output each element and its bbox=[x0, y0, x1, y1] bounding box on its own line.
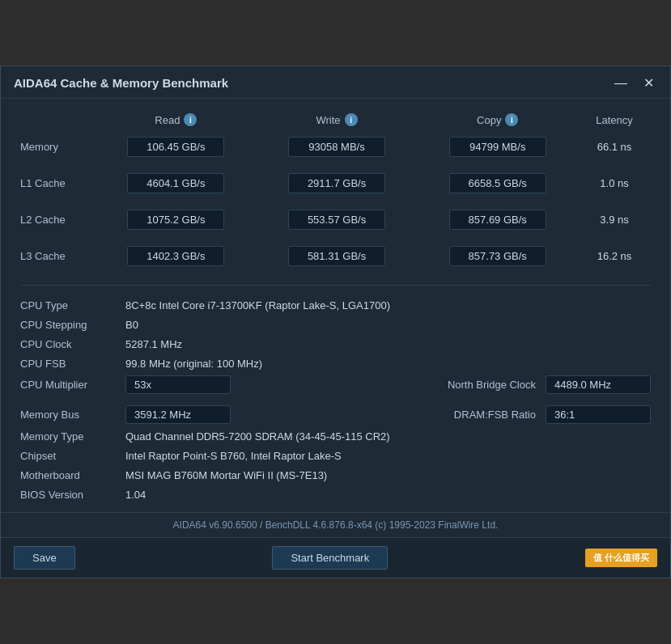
memory-bus-row: Memory Bus 3591.2 MHz DRAM:FSB Ratio 36:… bbox=[20, 403, 651, 426]
chipset-value: Intel Raptor Point-S B760, Intel Raptor … bbox=[125, 450, 651, 462]
main-content: Read i Write i Copy i bbox=[1, 99, 670, 512]
benchmark-table: Read i Write i Copy i bbox=[20, 110, 651, 270]
row-label: L2 Cache bbox=[20, 205, 96, 234]
memory-read: 106.45 GB/s bbox=[127, 137, 224, 157]
save-button[interactable]: Save bbox=[14, 546, 75, 570]
memory-type-value: Quad Channel DDR5-7200 SDRAM (34-45-45-1… bbox=[125, 430, 651, 443]
memory-bus-label: Memory Bus bbox=[20, 409, 125, 421]
footer-text: AIDA64 v6.90.6500 / BenchDLL 4.6.876.8-x… bbox=[173, 519, 499, 531]
col-copy: Copy i bbox=[417, 110, 578, 133]
cpu-multiplier-label: CPU Multiplier bbox=[20, 379, 125, 391]
left-buttons: Save bbox=[14, 546, 75, 570]
row-label: L1 Cache bbox=[20, 169, 96, 197]
table-row: Memory 106.45 GB/s 93058 MB/s 94799 MB/s… bbox=[20, 133, 651, 161]
cpu-stepping-value: B0 bbox=[125, 319, 651, 331]
motherboard-value: MSI MAG B760M Mortar WiFi II (MS-7E13) bbox=[125, 469, 651, 481]
window-title: AIDA64 Cache & Memory Benchmark bbox=[14, 76, 228, 90]
chipset-label: Chipset bbox=[20, 450, 125, 462]
motherboard-row: Motherboard MSI MAG B760M Mortar WiFi II… bbox=[20, 465, 651, 485]
cpu-type-value: 8C+8c Intel Core i7-13700KF (Raptor Lake… bbox=[125, 299, 651, 311]
cpu-clock-value: 5287.1 MHz bbox=[125, 338, 651, 350]
l3-read: 1402.3 GB/s bbox=[127, 246, 224, 266]
table-row: L1 Cache 4604.1 GB/s 2911.7 GB/s 6658.5 … bbox=[20, 169, 651, 197]
l1-read: 4604.1 GB/s bbox=[127, 173, 224, 193]
memory-type-row: Memory Type Quad Channel DDR5-7200 SDRAM… bbox=[20, 426, 651, 446]
dram-fsb-value: 36:1 bbox=[546, 405, 651, 424]
right-section: 值 什么值得买 bbox=[585, 549, 657, 567]
cpu-fsb-row: CPU FSB 99.8 MHz (original: 100 MHz) bbox=[20, 354, 651, 373]
title-bar: AIDA64 Cache & Memory Benchmark — ✕ bbox=[1, 66, 670, 99]
footer-info: AIDA64 v6.90.6500 / BenchDLL 4.6.876.8-x… bbox=[1, 512, 670, 537]
button-bar: Save Start Benchmark 值 什么值得买 bbox=[1, 537, 670, 578]
cpu-type-label: CPU Type bbox=[20, 299, 125, 311]
system-info: CPU Type 8C+8c Intel Core i7-13700KF (Ra… bbox=[20, 285, 651, 504]
title-controls: — ✕ bbox=[611, 77, 657, 90]
cpu-fsb-label: CPU FSB bbox=[20, 358, 125, 370]
table-row: L2 Cache 1075.2 GB/s 553.57 GB/s 857.69 … bbox=[20, 205, 651, 234]
cpu-multiplier-value: 53x bbox=[125, 375, 231, 394]
col-label bbox=[20, 110, 96, 133]
l2-copy: 857.69 GB/s bbox=[449, 210, 546, 230]
bios-row: BIOS Version 1.04 bbox=[20, 485, 651, 504]
main-window: AIDA64 Cache & Memory Benchmark — ✕ Read… bbox=[0, 66, 671, 578]
north-bridge-value: 4489.0 MHz bbox=[546, 375, 651, 394]
cpu-clock-label: CPU Clock bbox=[20, 338, 125, 350]
dram-fsb-label: DRAM:FSB Ratio bbox=[454, 409, 536, 421]
memory-type-label: Memory Type bbox=[20, 430, 125, 443]
l3-latency: 16.2 ns bbox=[578, 242, 651, 270]
read-info-icon[interactable]: i bbox=[184, 113, 197, 126]
bios-label: BIOS Version bbox=[20, 489, 125, 501]
col-read: Read i bbox=[96, 110, 257, 133]
l3-copy: 857.73 GB/s bbox=[449, 246, 546, 266]
col-write: Write i bbox=[257, 110, 418, 133]
close-button[interactable]: ✕ bbox=[640, 77, 657, 90]
l2-write: 553.57 GB/s bbox=[288, 210, 385, 230]
start-benchmark-button[interactable]: Start Benchmark bbox=[272, 546, 388, 570]
l1-copy: 6658.5 GB/s bbox=[449, 173, 546, 193]
memory-latency: 66.1 ns bbox=[578, 133, 651, 161]
cpu-stepping-label: CPU Stepping bbox=[20, 319, 125, 331]
watermark-badge: 值 什么值得买 bbox=[585, 549, 657, 567]
col-latency: Latency bbox=[578, 110, 651, 133]
l2-latency: 3.9 ns bbox=[578, 205, 651, 234]
copy-info-icon[interactable]: i bbox=[505, 113, 518, 126]
cpu-type-row: CPU Type 8C+8c Intel Core i7-13700KF (Ra… bbox=[20, 295, 651, 315]
memory-bus-value: 3591.2 MHz bbox=[125, 405, 231, 424]
row-label: Memory bbox=[20, 133, 96, 161]
memory-copy: 94799 MB/s bbox=[449, 137, 546, 157]
write-info-icon[interactable]: i bbox=[345, 113, 358, 126]
table-row: L3 Cache 1402.3 GB/s 581.31 GB/s 857.73 … bbox=[20, 242, 651, 270]
minimize-button[interactable]: — bbox=[611, 77, 631, 90]
cpu-fsb-value: 99.8 MHz (original: 100 MHz) bbox=[125, 358, 651, 370]
north-bridge-label: North Bridge Clock bbox=[448, 379, 536, 391]
l3-write: 581.31 GB/s bbox=[288, 246, 385, 266]
motherboard-label: Motherboard bbox=[20, 469, 125, 481]
bios-value: 1.04 bbox=[125, 489, 651, 501]
cpu-stepping-row: CPU Stepping B0 bbox=[20, 315, 651, 334]
chipset-row: Chipset Intel Raptor Point-S B760, Intel… bbox=[20, 446, 651, 465]
l2-read: 1075.2 GB/s bbox=[127, 210, 224, 230]
cpu-multiplier-row: CPU Multiplier 53x North Bridge Clock 44… bbox=[20, 373, 651, 396]
l1-latency: 1.0 ns bbox=[578, 169, 651, 197]
l1-write: 2911.7 GB/s bbox=[288, 173, 385, 193]
row-label: L3 Cache bbox=[20, 242, 96, 270]
memory-write: 93058 MB/s bbox=[288, 137, 385, 157]
cpu-clock-row: CPU Clock 5287.1 MHz bbox=[20, 334, 651, 354]
